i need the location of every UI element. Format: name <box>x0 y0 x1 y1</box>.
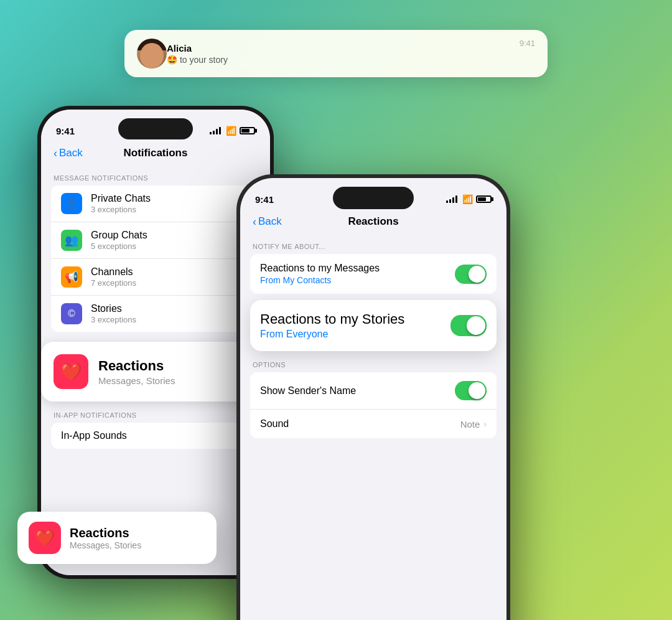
reactions-overlay-texts: Reactions Messages, Stories <box>70 526 141 550</box>
reactions-card-icon: ❤️ <box>54 354 88 389</box>
section-notify-label: NOTIFY ME ABOUT... <box>240 233 506 254</box>
stories-title: Stories <box>91 303 247 314</box>
back-chevron-left: ‹ <box>54 147 57 160</box>
sound-title: Sound <box>260 418 460 430</box>
reactions-overlay-icon: ❤️ <box>29 522 61 554</box>
channels-title: Channels <box>91 266 247 278</box>
back-label-right: Back <box>258 215 282 228</box>
toggle-knob-sender <box>469 382 485 399</box>
notification-time: 9:41 <box>520 39 535 48</box>
section-message-label: MESSAGE NOTIFICATIONS <box>41 164 270 186</box>
battery-icon <box>240 127 255 134</box>
reactions-messages-text: Reactions to my Messages From My Contact… <box>260 263 455 285</box>
group-chats-icon: 👥 <box>61 230 82 251</box>
message-notifications-list: 👤 Private Chats 3 exceptions › 👥 Group C… <box>51 186 260 332</box>
nav-bar-right: ‹ Back Reactions <box>240 210 506 233</box>
list-item-stories[interactable]: © Stories 3 exceptions › <box>51 296 260 332</box>
back-button-right[interactable]: ‹ Back <box>253 215 282 228</box>
show-sender-name-toggle[interactable] <box>455 381 487 400</box>
nav-title-left: Notifications <box>124 147 188 159</box>
private-chats-sub: 3 exceptions <box>91 205 247 214</box>
notification-message: 🤩 to your story <box>167 55 520 65</box>
group-chats-sub: 5 exceptions <box>91 242 247 251</box>
inapp-list: In-App Sounds › <box>51 423 260 449</box>
notification-sender: Alicia <box>167 43 520 54</box>
notification-avatar <box>137 39 167 68</box>
options-list: Show Sender's Name Sound Note › <box>250 372 497 438</box>
show-sender-name-title: Show Sender's Name <box>260 385 455 397</box>
nav-bar-left: ‹ Back Notifications <box>41 142 270 164</box>
reactions-stories-popup: Reactions to my Stories From Everyone <box>240 300 506 351</box>
signal-icon <box>210 127 221 134</box>
inapp-sounds-title: In-App Sounds <box>61 430 247 441</box>
dynamic-island-right <box>333 187 414 209</box>
reactions-overlay-sub: Messages, Stories <box>70 540 141 550</box>
reactions-messages-row[interactable]: Reactions to my Messages From My Contact… <box>250 254 497 294</box>
dynamic-island-left <box>118 118 193 139</box>
reactions-stories-toggle[interactable] <box>450 315 487 336</box>
sound-chevron: › <box>483 419 487 429</box>
group-chats-title: Group Chats <box>91 230 247 241</box>
wifi-icon-right: 📶 <box>462 194 473 204</box>
sound-text: Sound <box>260 418 460 430</box>
status-icons-right: 📶 <box>446 194 492 204</box>
reactions-messages-toggle[interactable] <box>455 265 487 284</box>
stories-sub: 3 exceptions <box>91 315 247 324</box>
battery-icon-right <box>476 195 492 203</box>
status-icons-left: 📶 <box>210 126 255 136</box>
private-chats-icon: 👤 <box>61 193 82 214</box>
notification-banner: Alicia 🤩 to your story 9:41 <box>124 30 548 77</box>
reactions-stories-sub: From Everyone <box>260 329 450 340</box>
channels-sub: 7 exceptions <box>91 278 247 288</box>
reactions-overlay-title: Reactions <box>70 526 141 540</box>
reactions-messages-title: Reactions to my Messages <box>260 263 455 274</box>
show-sender-name-text: Show Sender's Name <box>260 385 455 397</box>
phone-right: 9:41 📶 ‹ Ba <box>236 174 510 620</box>
reactions-stories-title: Reactions to my Stories <box>260 311 450 327</box>
reactions-card-sub: Messages, Stories <box>98 375 175 386</box>
reactions-messages-sub: From My Contacts <box>260 275 455 285</box>
reactions-list: Reactions to my Messages From My Contact… <box>250 254 497 294</box>
list-item-channels[interactable]: 📢 Channels 7 exceptions › <box>51 259 260 296</box>
stories-icon: © <box>61 303 82 324</box>
channels-icon: 📢 <box>61 266 82 288</box>
reactions-floating-card[interactable]: ❤️ Reactions Messages, Stories › <box>41 342 265 402</box>
status-time-left: 9:41 <box>56 126 75 136</box>
toggle-knob-stories <box>467 316 485 335</box>
section-options-label: OPTIONS <box>240 351 506 372</box>
reactions-card-title: Reactions <box>98 358 175 374</box>
show-sender-name-row[interactable]: Show Sender's Name <box>250 372 497 410</box>
reactions-stories-row[interactable]: Reactions to my Stories From Everyone <box>260 311 487 340</box>
wifi-icon: 📶 <box>226 126 236 136</box>
private-chats-text: Private Chats 3 exceptions <box>91 193 247 214</box>
list-item-group-chats[interactable]: 👥 Group Chats 5 exceptions › <box>51 222 260 259</box>
group-chats-text: Group Chats 5 exceptions <box>91 230 247 251</box>
section-inapp-label: IN-APP NOTIFICATIONS <box>41 402 270 423</box>
signal-icon-right <box>446 195 457 203</box>
private-chats-title: Private Chats <box>91 193 247 204</box>
sound-row[interactable]: Sound Note › <box>250 410 497 438</box>
sound-value: Note <box>460 419 480 430</box>
toggle-knob <box>469 266 485 283</box>
back-button-left[interactable]: ‹ Back <box>54 147 83 160</box>
back-label-left: Back <box>59 147 83 159</box>
list-item-inapp-sounds[interactable]: In-App Sounds › <box>51 423 260 449</box>
reactions-overlay-card[interactable]: ❤️ Reactions Messages, Stories <box>17 512 217 564</box>
back-chevron-right: ‹ <box>253 215 256 228</box>
notification-content: Alicia 🤩 to your story <box>167 43 520 65</box>
nav-title-right: Reactions <box>348 215 398 228</box>
status-time-right: 9:41 <box>255 194 274 205</box>
reactions-stories-text: Reactions to my Stories From Everyone <box>260 311 450 340</box>
stories-text: Stories 3 exceptions <box>91 303 247 324</box>
channels-text: Channels 7 exceptions <box>91 266 247 288</box>
list-item-private-chats[interactable]: 👤 Private Chats 3 exceptions › <box>51 186 260 222</box>
